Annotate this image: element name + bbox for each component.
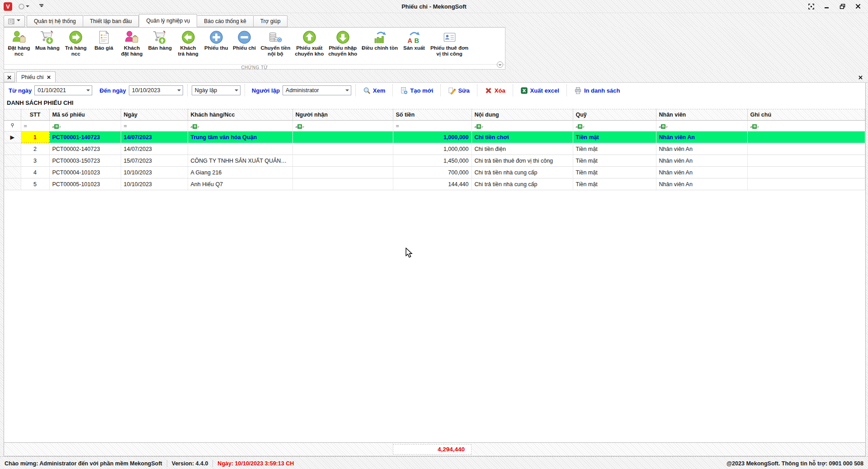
cell-noi-dung[interactable]: Chi trả tiền thuê đơn vị thi công bbox=[472, 155, 573, 167]
cell-khach-hang[interactable]: Anh Hiếu Q7 bbox=[188, 178, 292, 190]
ribbon-item-dat-hang-ncc[interactable]: Đặt hàng ncc bbox=[5, 29, 33, 64]
column-header-noi-dung[interactable]: Nội dung bbox=[472, 109, 573, 121]
cell-khach-hang[interactable]: Trung tâm văn hóa Quận bbox=[188, 131, 292, 143]
column-header-quy[interactable]: Quỹ bbox=[573, 109, 656, 121]
column-header-khach-hang[interactable]: Khách hàng/Ncc bbox=[188, 109, 292, 121]
ribbon-item-phieu-nhap-chuyen-kho[interactable]: Phiếu nhập chuyển kho bbox=[326, 29, 359, 64]
ribbon-item-phieu-thu[interactable]: Phiếu thu bbox=[202, 29, 230, 64]
cell-quy[interactable]: Tiền mặt bbox=[573, 178, 656, 190]
ribbon-item-mua-hang[interactable]: Mua hàng bbox=[33, 29, 62, 64]
ribbon-item-chuyen-tien-noi-bo[interactable]: Chuyển tiền nội bộ bbox=[258, 29, 292, 64]
cell-ma-so-phieu[interactable]: PCT00003-150723 bbox=[49, 155, 121, 167]
restore-button[interactable] bbox=[840, 4, 845, 9]
ribbon-item-khach-dat-hang[interactable]: Khách đặt hàng bbox=[118, 29, 146, 64]
cell-khach-hang[interactable]: A Giang 216 bbox=[188, 167, 292, 178]
cell-ghi-chu[interactable] bbox=[747, 155, 865, 167]
cell-so-tien[interactable]: 144,440 bbox=[393, 178, 472, 190]
cell-ghi-chu[interactable] bbox=[747, 178, 865, 190]
cell-stt[interactable]: 1 bbox=[21, 131, 49, 143]
cell-so-tien[interactable]: 1,450,000 bbox=[393, 155, 472, 167]
cell-quy[interactable]: Tiền mặt bbox=[573, 131, 656, 143]
tao-moi-button[interactable]: Tạo mới bbox=[397, 85, 436, 96]
ribbon-collapse-button[interactable] bbox=[497, 61, 503, 68]
ribbon-item-tra-hang-ncc[interactable]: Trả hàng ncc bbox=[62, 29, 90, 64]
cell-nguoi-nhan[interactable] bbox=[292, 131, 393, 143]
cell-ngay[interactable]: 14/07/2023 bbox=[121, 131, 188, 143]
close-tab-icon[interactable] bbox=[47, 75, 51, 79]
xuat-excel-button[interactable]: Xuất excel bbox=[517, 85, 562, 96]
column-header-ghi-chu[interactable]: Ghi chú bbox=[747, 109, 865, 121]
cell-ma-so-phieu[interactable]: PCT00002-140723 bbox=[49, 143, 121, 155]
app-menu-button[interactable] bbox=[4, 15, 25, 27]
quick-access-circle-button[interactable] bbox=[19, 4, 29, 9]
xoa-button[interactable]: Xóa bbox=[481, 85, 509, 96]
filter-cell-khach-hang[interactable]: aBc bbox=[188, 121, 292, 131]
column-header-so-tien[interactable]: Số tiền bbox=[393, 109, 472, 121]
cell-nguoi-nhan[interactable] bbox=[292, 167, 393, 178]
table-row[interactable]: 3 PCT00003-150723 15/07/2023 CÔNG TY TNH… bbox=[4, 155, 865, 167]
ribbon-item-phieu-thue-don-vi-thi-cong[interactable]: Phiếu thuê đơn vị thi công bbox=[428, 29, 471, 64]
cell-nguoi-nhan[interactable] bbox=[292, 143, 393, 155]
column-header-nhan-vien[interactable]: Nhân viên bbox=[656, 109, 747, 121]
ribbon-item-san-xuat[interactable]: AB Sản xuất bbox=[400, 29, 428, 64]
filter-cell-ngay[interactable]: = bbox=[121, 121, 188, 131]
in-danh-sach-button[interactable]: In danh sách bbox=[571, 85, 623, 96]
cell-ghi-chu[interactable] bbox=[747, 143, 865, 155]
cell-stt[interactable]: 4 bbox=[21, 167, 49, 178]
cell-so-tien[interactable]: 1,000,000 bbox=[393, 131, 472, 143]
menu-tab-bao-cao-thong-ke[interactable]: Báo cáo thống kê bbox=[197, 15, 253, 27]
menu-tab-quan-ly-nghiep-vu[interactable]: Quản lý nghiệp vụ bbox=[139, 14, 197, 27]
cell-noi-dung[interactable]: Chi tiền điện bbox=[472, 143, 573, 155]
cell-noi-dung[interactable]: Chi trả tiền nhà cung cấp bbox=[472, 167, 573, 178]
cell-khach-hang[interactable] bbox=[188, 143, 292, 155]
column-header-nguoi-nhan[interactable]: Người nhận bbox=[292, 109, 393, 121]
cell-stt[interactable]: 3 bbox=[21, 155, 49, 167]
cell-ma-so-phieu[interactable]: PCT00005-101023 bbox=[49, 178, 121, 190]
cell-so-tien[interactable]: 1,000,000 bbox=[393, 143, 472, 155]
menu-tab-tro-giup[interactable]: Trợ giúp bbox=[254, 15, 288, 27]
filter-cell-quy[interactable]: aBc bbox=[573, 121, 656, 131]
menu-tab-quan-tri-he-thong[interactable]: Quản trị hệ thống bbox=[27, 15, 83, 27]
den-ngay-datepicker[interactable]: 10/10/2023 bbox=[129, 85, 183, 95]
close-all-tabs-button[interactable] bbox=[4, 72, 15, 82]
cell-quy[interactable]: Tiền mặt bbox=[573, 167, 656, 178]
ribbon-item-ban-hang[interactable]: Bán hàng bbox=[146, 29, 174, 64]
ngay-lap-select[interactable]: Ngày lập bbox=[192, 85, 241, 95]
cell-ngay[interactable]: 10/10/2023 bbox=[121, 178, 188, 190]
table-row[interactable]: 2 PCT00002-140723 14/07/2023 1,000,000 C… bbox=[4, 143, 865, 155]
cell-noi-dung[interactable]: Chi tiền chơi bbox=[472, 131, 573, 143]
cell-noi-dung[interactable]: Chi trả tiền nhà cung cấp bbox=[472, 178, 573, 190]
cell-nguoi-nhan[interactable] bbox=[292, 178, 393, 190]
filter-cell-ghi-chu[interactable]: aBc bbox=[747, 121, 865, 131]
cell-ngay[interactable]: 14/07/2023 bbox=[121, 143, 188, 155]
table-row-selected[interactable]: ▶ 1 PCT00001-140723 14/07/2023 Trung tâm… bbox=[4, 131, 865, 143]
filter-cell-ma-so-phieu[interactable]: aBc bbox=[49, 121, 121, 131]
cell-nhan-vien[interactable]: Nhân viên An bbox=[656, 143, 747, 155]
filter-cell-nhan-vien[interactable]: aBc bbox=[656, 121, 747, 131]
ribbon-item-phieu-xuat-chuyen-kho[interactable]: Phiếu xuất chuyển kho bbox=[292, 29, 326, 64]
close-button[interactable] bbox=[855, 4, 861, 9]
cell-quy[interactable]: Tiền mặt bbox=[573, 155, 656, 167]
cell-nhan-vien[interactable]: Nhân viên An bbox=[656, 155, 747, 167]
cell-ngay[interactable]: 15/07/2023 bbox=[121, 155, 188, 167]
table-row[interactable]: 4 PCT00004-101023 10/10/2023 A Giang 216… bbox=[4, 167, 865, 178]
cell-ma-so-phieu[interactable]: PCT00004-101023 bbox=[49, 167, 121, 178]
cell-ma-so-phieu[interactable]: PCT00001-140723 bbox=[49, 131, 121, 143]
cell-nguoi-nhan[interactable] bbox=[292, 155, 393, 167]
ribbon-item-phieu-chi[interactable]: Phiếu chi bbox=[230, 29, 258, 64]
sua-button[interactable]: Sửa bbox=[445, 85, 472, 96]
column-header-ma-so-phieu[interactable]: Mã số phiếu bbox=[49, 109, 121, 121]
nguoi-lap-select[interactable]: Administrator bbox=[283, 85, 351, 95]
cell-khach-hang[interactable]: CÔNG TY TNHH SẢN XUẤT QUẢNG... bbox=[188, 155, 292, 167]
document-tab-phieu-chi[interactable]: Phiếu chi bbox=[16, 71, 56, 82]
cell-quy[interactable]: Tiền mặt bbox=[573, 143, 656, 155]
cell-ghi-chu[interactable] bbox=[747, 167, 865, 178]
ribbon-item-dieu-chinh-ton[interactable]: Điều chỉnh tồn bbox=[359, 29, 400, 64]
cell-ghi-chu[interactable] bbox=[747, 131, 865, 143]
cell-stt[interactable]: 5 bbox=[21, 178, 49, 190]
filter-cell-stt[interactable]: = bbox=[21, 121, 49, 131]
cell-ngay[interactable]: 10/10/2023 bbox=[121, 167, 188, 178]
minimize-button[interactable] bbox=[824, 4, 830, 9]
filter-cell-noi-dung[interactable]: aBc bbox=[472, 121, 573, 131]
tu-ngay-datepicker[interactable]: 01/10/2021 bbox=[34, 85, 92, 95]
